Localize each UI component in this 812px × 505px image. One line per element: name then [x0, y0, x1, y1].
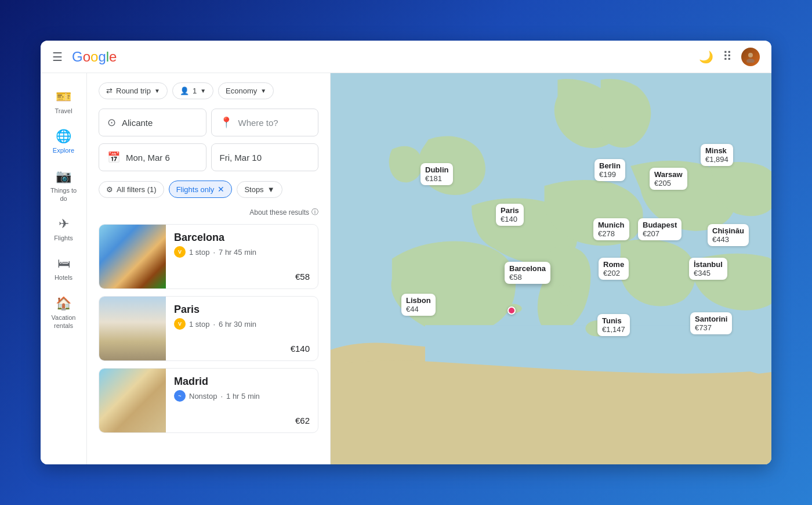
flight-stops: 1 stop [189, 320, 209, 329]
stops-button[interactable]: Stops ▼ [237, 181, 282, 198]
map-price-label[interactable]: Tunis€1,147 [597, 314, 630, 336]
sidebar-item-explore[interactable]: 🌐 Explore [43, 124, 85, 159]
flight-duration: 1 hr 5 min [226, 392, 260, 401]
flight-card[interactable]: Barcelona V 1 stop · 7 hr 45 min €58 [99, 224, 318, 289]
flight-info: Paris V 1 stop · 6 hr 30 min €140 [166, 297, 318, 360]
flights-only-close[interactable]: ✕ [217, 185, 224, 194]
map-price-label[interactable]: Paris€140 [496, 204, 524, 226]
google-g: G [72, 49, 83, 65]
sidebar-label-travel: Travel [55, 107, 72, 115]
map-price-label[interactable]: Budapest€207 [638, 218, 682, 240]
sidebar-label-things: Things to do [46, 186, 81, 203]
flights-only-label: Flights only [176, 185, 215, 194]
map-city-price: €737 [695, 323, 727, 332]
map-city-price: €1,147 [602, 325, 625, 334]
flight-card-content: Madrid ~ Nonstop · 1 hr 5 min €62 [99, 369, 318, 432]
map-price-label[interactable]: Lisbon€44 [401, 294, 436, 316]
flight-destination: Barcelona [174, 232, 310, 244]
flight-details: V 1 stop · 6 hr 30 min [174, 318, 310, 330]
map-price-label[interactable]: İstanbul€345 [689, 258, 727, 280]
flight-results: Barcelona V 1 stop · 7 hr 45 min €58 Par… [99, 224, 318, 433]
svg-point-1 [746, 59, 755, 63]
map-price-label[interactable]: Santorini€737 [690, 312, 732, 334]
flight-stops: 1 stop [189, 248, 209, 257]
passengers-label: 1 [193, 86, 197, 95]
flight-separator: · [220, 392, 223, 401]
round-trip-label: Round trip [116, 86, 151, 95]
cabin-label: Economy [226, 86, 257, 95]
map-city-price: €199 [599, 170, 621, 179]
map-price-label[interactable]: Rome€202 [599, 258, 629, 280]
things-icon: 📷 [56, 169, 71, 184]
vacation-icon: 🏠 [56, 296, 71, 311]
map-city-price: €205 [654, 179, 683, 187]
icon-sidebar: 🎫 Travel 🌐 Explore 📷 Things to do ✈ Flig… [41, 73, 87, 464]
destination-field[interactable]: 📍 Where to? [211, 109, 319, 136]
map-price-label[interactable]: Barcelona€58 [505, 262, 550, 284]
flight-stops: Nonstop [189, 392, 217, 401]
sidebar-label-flights: Flights [54, 234, 72, 242]
map-price-label[interactable]: Dublin€181 [420, 163, 453, 185]
flight-details: V 1 stop · 7 hr 45 min [174, 246, 310, 258]
sidebar-item-things-to-do[interactable]: 📷 Things to do [43, 164, 85, 208]
about-results[interactable]: About these results ⓘ [249, 207, 318, 217]
google-e: e [109, 49, 117, 65]
hamburger-icon[interactable]: ☰ [52, 50, 63, 64]
flight-card-content: Paris V 1 stop · 6 hr 30 min €140 [99, 297, 318, 360]
map-city-name: Santorini [695, 315, 727, 323]
map-city-price: €58 [509, 273, 546, 282]
results-header: About these results ⓘ [99, 207, 318, 217]
map-city-name: Minsk [705, 146, 728, 155]
flights-only-button[interactable]: Flights only ✕ [169, 181, 233, 198]
round-trip-button[interactable]: ⇄ Round trip ▼ [99, 82, 168, 99]
about-results-icon: ⓘ [311, 207, 318, 217]
dark-mode-icon[interactable]: 🌙 [699, 50, 713, 64]
passengers-button[interactable]: 👤 1 ▼ [172, 82, 213, 99]
search-fields: ⊙ Alicante 📍 Where to? [99, 109, 318, 136]
map-city-name: Paris [501, 206, 519, 215]
map-city-price: €1,894 [705, 155, 728, 164]
flight-price: €140 [174, 344, 310, 354]
sidebar-item-travel[interactable]: 🎫 Travel [43, 85, 85, 120]
sidebar-item-vacation[interactable]: 🏠 Vacation rentals [43, 291, 85, 335]
svg-point-4 [559, 284, 572, 306]
flights-icon: ✈ [59, 217, 69, 232]
depart-date-field[interactable]: 📅 Mon, Mar 6 [99, 143, 206, 171]
google-logo: Google [72, 49, 117, 65]
flight-destination: Madrid [174, 376, 310, 388]
sidebar-item-flights[interactable]: ✈ Flights [43, 212, 85, 247]
destination-icon: 📍 [220, 116, 233, 129]
map-price-label[interactable]: Munich€278 [593, 218, 629, 240]
map-city-name: Warsaw [654, 170, 683, 179]
map-area[interactable]: Dublin€181Paris€140Berlin€199Warsaw€205M… [331, 73, 771, 464]
map-city-name: İstanbul [694, 260, 723, 269]
map-city-name: Berlin [599, 161, 621, 170]
filter-bar: ⚙ All filters (1) Flights only ✕ Stops ▼ [99, 181, 318, 198]
flight-card[interactable]: Madrid ~ Nonstop · 1 hr 5 min €62 [99, 368, 318, 433]
map-city-price: €44 [406, 305, 431, 313]
map-city-price: €443 [712, 235, 744, 244]
grid-icon[interactable]: ⠿ [723, 49, 732, 64]
return-date-field[interactable]: Fri, Mar 10 [211, 143, 319, 171]
avatar[interactable] [741, 48, 760, 66]
flight-duration: 7 hr 45 min [219, 248, 256, 257]
google-o1: o [83, 49, 90, 65]
top-bar-right: 🌙 ⠿ [699, 48, 760, 66]
svg-point-5 [551, 270, 561, 287]
map-city-name: Barcelona [509, 264, 546, 273]
all-filters-button[interactable]: ⚙ All filters (1) [99, 181, 164, 198]
map-price-label[interactable]: Minsk€1,894 [701, 144, 733, 166]
sidebar-item-hotels[interactable]: 🛏 Hotels [43, 251, 85, 286]
map-price-label[interactable]: Warsaw€205 [650, 168, 687, 190]
map-city-price: €207 [643, 229, 677, 238]
cabin-button[interactable]: Economy ▼ [218, 82, 274, 99]
map-price-label[interactable]: Chișinău€443 [708, 224, 749, 246]
origin-icon: ⊙ [107, 116, 116, 129]
map-city-price: €181 [425, 174, 448, 183]
trip-options: ⇄ Round trip ▼ 👤 1 ▼ Economy ▼ [99, 82, 318, 99]
flight-card[interactable]: Paris V 1 stop · 6 hr 30 min €140 [99, 296, 318, 361]
map-city-name: Tunis [602, 316, 625, 325]
sidebar-label-vacation: Vacation rentals [46, 313, 81, 330]
map-price-label[interactable]: Berlin€199 [594, 159, 625, 181]
origin-field[interactable]: ⊙ Alicante [99, 109, 206, 136]
